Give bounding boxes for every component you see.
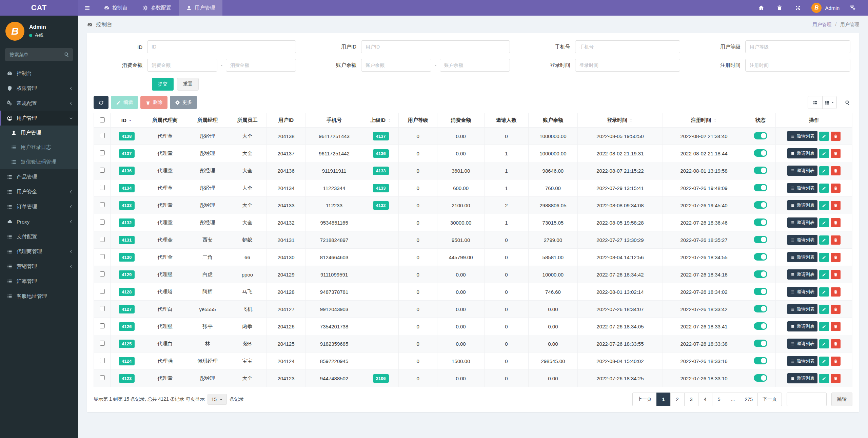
invite-list-button[interactable]: 邀请列表: [787, 235, 817, 245]
edit-button[interactable]: 编辑: [111, 96, 138, 109]
sidebar-item-支付配置[interactable]: 支付配置: [0, 229, 78, 244]
pager-page-5[interactable]: 5: [712, 393, 726, 406]
row-checkbox[interactable]: [100, 254, 105, 259]
more-button[interactable]: 更多: [170, 96, 197, 109]
brand-logo[interactable]: CAT: [0, 0, 78, 16]
status-toggle[interactable]: [754, 288, 767, 295]
column-header-phone[interactable]: 手机号: [305, 113, 363, 128]
breadcrumb-item[interactable]: 用户管理: [812, 22, 831, 27]
row-delete-button[interactable]: [831, 270, 841, 279]
row-edit-button[interactable]: [819, 339, 829, 348]
invite-list-button[interactable]: 邀请列表: [787, 356, 817, 366]
row-delete-button[interactable]: [831, 201, 841, 210]
invite-list-button[interactable]: 邀请列表: [787, 200, 817, 210]
sidebar-item-用户登录日志[interactable]: 用户登录日志: [0, 140, 78, 155]
row-checkbox[interactable]: [100, 185, 105, 190]
row-edit-button[interactable]: [819, 270, 829, 279]
jump-button[interactable]: 跳转: [831, 393, 852, 406]
status-toggle[interactable]: [754, 167, 767, 174]
select-all-checkbox[interactable]: [100, 117, 105, 122]
row-checkbox[interactable]: [100, 289, 105, 294]
sidebar-item-Proxy[interactable]: Proxy: [0, 214, 78, 229]
invite-list-button[interactable]: 邀请列表: [787, 217, 817, 228]
status-toggle[interactable]: [754, 305, 767, 312]
invite-list-button[interactable]: 邀请列表: [787, 373, 817, 383]
status-toggle[interactable]: [754, 340, 767, 347]
pager-page-4[interactable]: 4: [698, 393, 712, 406]
balance-max-field[interactable]: [440, 59, 510, 72]
row-delete-button[interactable]: [831, 287, 841, 297]
column-header-consume[interactable]: 消费金额: [437, 113, 485, 128]
pager-page-...[interactable]: ...: [726, 393, 740, 406]
column-header-level[interactable]: 用户等级: [399, 113, 437, 128]
page-size-select[interactable]: 15: [208, 394, 227, 405]
row-checkbox[interactable]: [100, 306, 105, 311]
status-toggle[interactable]: [754, 253, 767, 261]
balance-min-field[interactable]: [361, 59, 431, 72]
row-checkbox[interactable]: [100, 323, 105, 328]
invite-list-button[interactable]: 邀请列表: [787, 269, 817, 280]
sidebar-item-汇率管理[interactable]: 汇率管理: [0, 274, 78, 289]
user-id-field[interactable]: [361, 40, 510, 53]
row-delete-button[interactable]: [831, 149, 841, 158]
row-delete-button[interactable]: [831, 322, 841, 331]
row-delete-button[interactable]: [831, 374, 841, 383]
pager-page-2[interactable]: 2: [670, 393, 685, 406]
row-edit-button[interactable]: [819, 287, 829, 297]
column-header-parent_id[interactable]: 上级ID: [363, 113, 399, 128]
phone-field[interactable]: [575, 40, 680, 53]
status-toggle[interactable]: [754, 132, 767, 139]
reg-time-field[interactable]: [745, 59, 850, 72]
row-checkbox[interactable]: [100, 358, 105, 363]
submit-button[interactable]: 提交: [152, 78, 174, 91]
sidebar-item-客服地址管理[interactable]: 客服地址管理: [0, 289, 78, 304]
invite-list-button[interactable]: 邀请列表: [787, 183, 817, 193]
search-icon[interactable]: [64, 52, 70, 57]
row-delete-button[interactable]: [831, 184, 841, 193]
sidebar-item-常规配置[interactable]: 常规配置: [0, 96, 78, 111]
id-field[interactable]: [147, 40, 296, 53]
row-edit-button[interactable]: [819, 305, 829, 314]
sidebar-toggle-button[interactable]: [78, 0, 96, 16]
row-delete-button[interactable]: [831, 166, 841, 175]
column-header-status[interactable]: 状态: [745, 113, 775, 128]
status-toggle[interactable]: [754, 236, 767, 243]
status-toggle[interactable]: [754, 374, 767, 382]
row-delete-button[interactable]: [831, 235, 841, 245]
jump-page-input[interactable]: [787, 393, 827, 406]
row-checkbox[interactable]: [100, 202, 105, 207]
clear-cache-button[interactable]: [772, 0, 787, 16]
invite-list-button[interactable]: 邀请列表: [787, 148, 817, 158]
consume-min-field[interactable]: [147, 59, 217, 72]
column-header-reg_time[interactable]: 注册时间: [663, 113, 745, 128]
status-toggle[interactable]: [754, 218, 767, 226]
row-edit-button[interactable]: [819, 166, 829, 175]
row-edit-button[interactable]: [819, 253, 829, 262]
refresh-button[interactable]: [94, 96, 108, 109]
pager-page-275[interactable]: 275: [740, 393, 758, 406]
sidebar-search-input[interactable]: [5, 48, 73, 61]
row-edit-button[interactable]: [819, 201, 829, 210]
card-view-button[interactable]: [808, 96, 822, 109]
sidebar-item-代理商管理[interactable]: 代理商管理: [0, 244, 78, 259]
sidebar-item-用户管理[interactable]: 用户管理: [0, 111, 78, 126]
login-time-field[interactable]: [575, 59, 680, 72]
row-checkbox[interactable]: [100, 133, 105, 138]
sidebar-item-用户管理[interactable]: 用户管理: [0, 126, 78, 140]
status-toggle[interactable]: [754, 357, 767, 364]
pager-prev[interactable]: 上一页: [632, 393, 657, 406]
invite-list-button[interactable]: 邀请列表: [787, 252, 817, 262]
column-header-staff[interactable]: 所属员工: [228, 113, 267, 128]
sidebar-item-订单管理[interactable]: 订单管理: [0, 199, 78, 214]
status-toggle[interactable]: [754, 270, 767, 278]
row-edit-button[interactable]: [819, 235, 829, 245]
row-edit-button[interactable]: [819, 357, 829, 366]
reset-button[interactable]: 重置: [177, 78, 199, 91]
column-header-login_time[interactable]: 登录时间: [578, 113, 663, 128]
columns-button[interactable]: [822, 96, 836, 109]
sidebar-item-产品管理[interactable]: 产品管理: [0, 169, 78, 184]
row-checkbox[interactable]: [100, 150, 105, 155]
sidebar-item-权限管理[interactable]: 权限管理: [0, 81, 78, 96]
settings-button[interactable]: [846, 0, 861, 16]
sidebar-item-用户资金[interactable]: 用户资金: [0, 184, 78, 199]
